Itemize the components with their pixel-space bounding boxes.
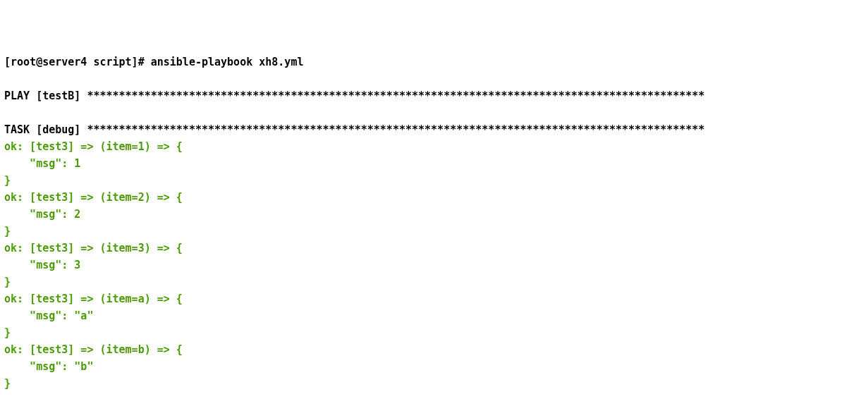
item-msg-text: "msg": 3 (4, 259, 80, 271)
item-close-brace: } (4, 225, 11, 238)
task-stars: ****************************************… (87, 123, 704, 136)
item-msg-text: "msg": "b" (4, 360, 93, 373)
terminal-output: [root@server4 script]# ansible-playbook … (4, 54, 864, 399)
item-close: } (4, 324, 864, 341)
item-close-brace: } (4, 174, 11, 187)
blank-line (4, 104, 864, 121)
task-header: TASK [debug] ***************************… (4, 121, 864, 138)
shell-prompt[interactable]: [root@server4 script]# (4, 56, 151, 68)
item-header: ok: [test3] => (item=b) => { (4, 343, 183, 356)
item-close-brace: } (4, 276, 11, 288)
item-line: ok: [test3] => (item=b) => { (4, 341, 864, 358)
item-close: } (4, 172, 864, 189)
play-label: PLAY [testB] (4, 90, 87, 102)
item-line: ok: [test3] => (item=2) => { (4, 189, 864, 206)
item-msg: "msg": "a" (4, 307, 864, 324)
task-label: TASK [debug] (4, 123, 87, 136)
item-close-brace: } (4, 326, 11, 339)
item-close: } (4, 274, 864, 290)
item-msg-text: "msg": 2 (4, 208, 80, 221)
item-line: ok: [test3] => (item=a) => { (4, 290, 864, 307)
play-stars: ****************************************… (87, 90, 704, 102)
blank-line (4, 70, 864, 87)
item-header: ok: [test3] => (item=a) => { (4, 293, 183, 305)
play-header: PLAY [testB] ***************************… (4, 87, 864, 104)
item-msg: "msg": 1 (4, 155, 864, 172)
item-msg: "msg": 3 (4, 257, 864, 274)
prompt-line: [root@server4 script]# ansible-playbook … (4, 54, 864, 70)
item-close: } (4, 375, 864, 392)
blank-line (4, 392, 864, 399)
item-line: ok: [test3] => (item=3) => { (4, 240, 864, 257)
item-msg: "msg": "b" (4, 358, 864, 375)
item-msg: "msg": 2 (4, 206, 864, 223)
item-close-brace: } (4, 377, 11, 390)
item-msg-text: "msg": 1 (4, 157, 80, 170)
item-msg-text: "msg": "a" (4, 309, 93, 322)
item-close: } (4, 223, 864, 240)
item-header: ok: [test3] => (item=2) => { (4, 191, 183, 204)
command-text: ansible-playbook xh8.yml (151, 56, 304, 68)
item-header: ok: [test3] => (item=1) => { (4, 140, 183, 153)
item-line: ok: [test3] => (item=1) => { (4, 138, 864, 155)
item-header: ok: [test3] => (item=3) => { (4, 242, 183, 254)
